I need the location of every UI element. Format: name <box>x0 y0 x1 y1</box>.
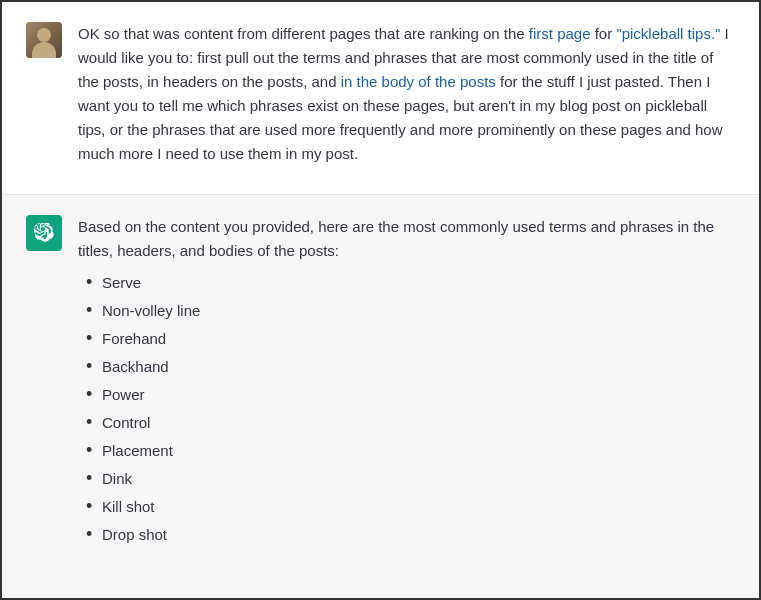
highlight-pickleball: "pickleball tips." <box>616 25 720 42</box>
highlight-first-page: first page <box>529 25 591 42</box>
list-item: Drop shot <box>82 523 735 547</box>
assistant-message: Based on the content you provided, here … <box>2 195 759 571</box>
list-item: Backhand <box>82 355 735 379</box>
gpt-avatar <box>26 215 62 251</box>
assistant-message-content: Based on the content you provided, here … <box>78 215 735 551</box>
gpt-icon <box>34 223 54 243</box>
list-item: Non-volley line <box>82 299 735 323</box>
assistant-intro: Based on the content you provided, here … <box>78 215 735 263</box>
terms-list: Serve Non-volley line Forehand Backhand … <box>78 271 735 547</box>
list-item: Placement <box>82 439 735 463</box>
user-message-text: OK so that was content from different pa… <box>78 22 735 166</box>
list-item: Control <box>82 411 735 435</box>
list-item: Serve <box>82 271 735 295</box>
user-avatar <box>26 22 62 58</box>
list-item: Forehand <box>82 327 735 351</box>
list-item: Kill shot <box>82 495 735 519</box>
highlight-body: in the body of the posts <box>341 73 496 90</box>
user-message-content: OK so that was content from different pa… <box>78 22 735 174</box>
chat-container: OK so that was content from different pa… <box>0 0 761 600</box>
list-item: Dink <box>82 467 735 491</box>
user-avatar-image <box>26 22 62 58</box>
user-message: OK so that was content from different pa… <box>2 2 759 195</box>
list-item: Power <box>82 383 735 407</box>
message-list: OK so that was content from different pa… <box>2 2 759 598</box>
